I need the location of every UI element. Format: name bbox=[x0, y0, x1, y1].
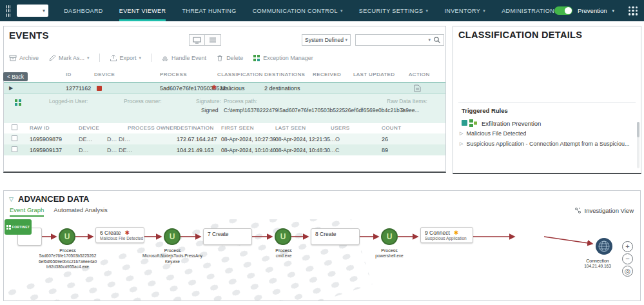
col-first-seen[interactable]: FIRST SEEN bbox=[221, 125, 254, 131]
process-node[interactable]: U bbox=[59, 228, 75, 245]
action-node-create-6[interactable]: 6 Create ✱ Malicious File Detected bbox=[95, 227, 144, 243]
logged-in-user-label: Logged-in User: bbox=[49, 98, 88, 104]
zoom-out-button[interactable]: − bbox=[622, 253, 633, 264]
raw-data-row[interactable]: 1695909879 DE… D… DI… 172.67.164.247 08-… bbox=[4, 133, 445, 144]
rule-item[interactable]: ▷ Malicious File Detected bbox=[460, 130, 635, 137]
main-nav: DASHBOARD EVENT VIEWER THREAT HUNTING CO… bbox=[64, 0, 554, 21]
rule-item[interactable]: ▷ Suspicious Application - Connection At… bbox=[460, 141, 635, 147]
row-expander-icon[interactable]: ▶ bbox=[9, 85, 13, 91]
action-node-create-7[interactable]: 7 Create bbox=[203, 228, 252, 245]
zoom-in-button[interactable]: + bbox=[622, 241, 633, 252]
raw-data-row[interactable]: 1695909137 D… D… DE… 104.21.49.163 08-Ap… bbox=[4, 144, 445, 155]
globe-icon bbox=[598, 240, 610, 253]
divider bbox=[458, 103, 636, 103]
raw-destination: 104.21.49.163 bbox=[177, 147, 214, 153]
col-destination[interactable]: DESTINATION bbox=[177, 125, 214, 131]
fortinet-badge[interactable]: FORTINET bbox=[5, 219, 32, 235]
classification-title: CLASSIFICATION DETAILS bbox=[458, 30, 582, 40]
nav-security-settings[interactable]: SECURITY SETTINGS ▾ bbox=[359, 0, 429, 21]
event-filter-select[interactable]: System Defined ▾ bbox=[302, 34, 351, 46]
chevron-down-icon: ▾ bbox=[345, 37, 347, 43]
search-input[interactable] bbox=[358, 37, 428, 43]
action-icon[interactable] bbox=[414, 84, 421, 92]
prevention-mode-toggle[interactable] bbox=[554, 6, 572, 15]
raw-count: 26 bbox=[382, 136, 388, 143]
raw-device: D… bbox=[79, 147, 89, 153]
raw-count: 89 bbox=[382, 147, 388, 153]
zoom-reset-button[interactable]: ◎ bbox=[622, 266, 633, 277]
col-destinations[interactable]: DESTINATIONS bbox=[264, 72, 305, 77]
row-checkbox[interactable] bbox=[12, 135, 17, 141]
event-detail-block: Logged-in User: Process owner: Signature… bbox=[4, 93, 445, 123]
investigation-label: Investigation View bbox=[585, 207, 634, 214]
apps-grid-icon[interactable] bbox=[629, 6, 638, 15]
collapse-chevron-icon[interactable]: ▽ bbox=[9, 196, 14, 202]
col-last-updated[interactable]: LAST UPDATED bbox=[353, 72, 395, 77]
export-button[interactable]: Export ▾ bbox=[110, 54, 142, 62]
export-icon bbox=[110, 54, 117, 62]
investigation-icon bbox=[574, 207, 581, 214]
exception-manager-button[interactable]: Exception Manager bbox=[253, 54, 313, 62]
col-users[interactable]: USERS bbox=[331, 125, 350, 131]
nav-threat-hunting[interactable]: THREAT HUNTING bbox=[182, 0, 236, 21]
process-node[interactable]: U bbox=[275, 228, 291, 245]
chevron-down-icon[interactable]: ▾ bbox=[428, 37, 431, 43]
investigation-view-button[interactable]: Investigation View bbox=[574, 207, 634, 214]
list-view-button[interactable] bbox=[205, 34, 221, 46]
connection-node[interactable] bbox=[596, 238, 612, 255]
col-classification[interactable]: CLASSIFICATION bbox=[217, 72, 263, 77]
signature-label: Signature: bbox=[196, 98, 221, 104]
col-device[interactable]: DEVICE bbox=[94, 72, 115, 77]
process-node[interactable]: U bbox=[381, 228, 398, 245]
raw-process-owner: D… DI… bbox=[107, 136, 130, 143]
col-last-seen[interactable]: LAST SEEN bbox=[275, 125, 306, 131]
col-raw-id[interactable]: RAW ID bbox=[30, 125, 50, 131]
connection-node-label: Connection 104.21.49.163 bbox=[577, 258, 618, 270]
mark-as-button[interactable]: Mark As... ▾ bbox=[48, 54, 90, 62]
col-process[interactable]: PROCESS bbox=[160, 72, 187, 77]
back-button[interactable]: < Back bbox=[3, 72, 28, 81]
event-row[interactable]: ▶ 12771162 5ad607e76fe170503b522... ✱ Ma… bbox=[4, 82, 445, 93]
search-icon[interactable] bbox=[433, 36, 441, 44]
nav-inventory[interactable]: INVENTORY ▾ bbox=[444, 0, 485, 21]
raw-id: 1695909879 bbox=[30, 136, 62, 143]
col-raw-device[interactable]: DEVICE bbox=[79, 125, 99, 131]
pencil-icon bbox=[48, 54, 56, 62]
nav-dashboard[interactable]: DASHBOARD bbox=[64, 0, 103, 21]
row-checkbox[interactable] bbox=[12, 146, 17, 152]
toolbar-divider bbox=[151, 54, 151, 62]
mode-label: Prevention bbox=[578, 7, 607, 14]
process-node-label: Process cmd.exe bbox=[266, 248, 302, 259]
app-logo-icon[interactable] bbox=[6, 5, 10, 17]
organization-select[interactable]: ▾ bbox=[17, 5, 48, 17]
chevron-down-icon[interactable]: ▾ bbox=[612, 8, 614, 14]
col-id[interactable]: ID bbox=[66, 72, 72, 77]
col-received[interactable]: RECEIVED bbox=[313, 72, 341, 77]
event-graph-canvas[interactable]: U Process 5ad607e76fe170503b52252626ef6d… bbox=[5, 219, 640, 300]
col-count[interactable]: COUNT bbox=[382, 125, 401, 131]
process-node[interactable]: U bbox=[164, 228, 181, 245]
device-view-button[interactable] bbox=[189, 34, 205, 46]
nav-communication-control[interactable]: COMMUNICATION CONTROL ▾ bbox=[253, 0, 343, 21]
col-process-owner[interactable]: PROCESS OWNER bbox=[128, 125, 177, 131]
tab-event-graph[interactable]: Event Graph bbox=[10, 206, 44, 217]
process-path-value: C:\temp\16378222479\5ad607e76fe170503b52… bbox=[224, 107, 419, 113]
expand-caret-icon[interactable]: ▷ bbox=[460, 141, 463, 146]
raw-last-seen: 08-Apr-2024, 10:48:30 bbox=[275, 147, 330, 153]
event-id: 12771162 bbox=[66, 85, 91, 92]
tab-automated-analysis[interactable]: Automated Analysis bbox=[54, 206, 107, 217]
action-node-create-8[interactable]: 8 Create bbox=[311, 228, 360, 245]
archive-button[interactable]: Archive bbox=[9, 54, 39, 62]
col-action[interactable]: ACTION bbox=[409, 72, 430, 77]
handle-event-button[interactable]: Handle Event bbox=[161, 54, 206, 62]
nav-administration[interactable]: ADMINISTRATION bbox=[502, 0, 554, 21]
events-table-header: ID DEVICE PROCESS CLASSIFICATION DESTINA… bbox=[4, 72, 445, 82]
rule-group-item[interactable]: Exfiltration Prevention bbox=[461, 119, 541, 128]
action-node-connect-9[interactable]: 9 Connect ✱ Suspicious Application bbox=[420, 227, 473, 243]
malicious-icon: ✱ bbox=[125, 230, 130, 236]
expand-caret-icon[interactable]: ▷ bbox=[460, 131, 463, 136]
nav-event-viewer[interactable]: EVENT VIEWER bbox=[119, 0, 166, 21]
scrollbar[interactable] bbox=[637, 122, 639, 168]
delete-button[interactable]: Delete bbox=[216, 54, 243, 62]
select-all-checkbox[interactable] bbox=[12, 124, 17, 130]
